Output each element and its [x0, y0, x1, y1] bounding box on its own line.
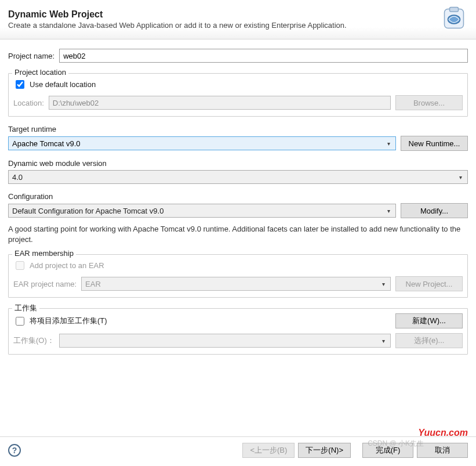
dialog-subtitle: Create a standalone Java-based Web Appli… — [8, 21, 347, 30]
chevron-down-icon: ▾ — [384, 140, 393, 147]
back-button: <上一步(B) — [242, 443, 295, 458]
ear-membership-title: EAR membership — [12, 249, 76, 258]
help-icon[interactable]: ? — [8, 444, 21, 457]
new-working-set-button[interactable]: 新建(W)... — [395, 313, 463, 328]
modify-button[interactable]: Modify... — [401, 203, 468, 218]
svg-rect-1 — [450, 8, 459, 12]
target-runtime-label: Target runtime — [8, 125, 468, 133]
configuration-combo[interactable]: Default Configuration for Apache Tomcat … — [8, 204, 396, 218]
dialog-header: Dynamic Web Project Create a standalone … — [0, 0, 476, 39]
project-location-title: Project location — [12, 68, 68, 77]
chevron-down-icon: ▾ — [384, 208, 393, 214]
new-runtime-button[interactable]: New Runtime... — [401, 136, 468, 151]
chevron-down-icon: ▾ — [379, 338, 388, 344]
next-button[interactable]: 下一步(N)> — [298, 443, 351, 458]
dialog-title: Dynamic Web Project — [8, 9, 347, 20]
location-label: Location: — [13, 99, 44, 107]
working-sets-group: 工作集 将项目添加至工作集(T) 新建(W)... 工作集(O)： ▾ 选择(e… — [8, 308, 468, 355]
use-default-location-checkbox[interactable]: Use default location — [13, 78, 96, 91]
select-working-set-button: 选择(e)... — [395, 333, 463, 348]
add-to-ear-label: Add project to an EAR — [30, 261, 104, 270]
finish-button[interactable]: 完成(F) — [362, 443, 413, 458]
working-sets-label: 工作集(O)： — [13, 335, 54, 346]
module-version-combo[interactable]: 4.0 ▾ — [8, 170, 468, 184]
add-to-ear-checkbox[interactable]: Add project to an EAR — [13, 259, 104, 272]
ear-membership-group: EAR membership Add project to an EAR EAR… — [8, 254, 468, 298]
add-to-working-set-checkbox[interactable]: 将项目添加至工作集(T) — [13, 315, 391, 327]
chevron-down-icon: ▾ — [456, 174, 465, 180]
use-default-location-label: Use default location — [30, 80, 96, 89]
configuration-description: A good starting point for working with A… — [8, 224, 468, 245]
ear-project-name-combo: EAR ▾ — [81, 277, 391, 291]
working-sets-title: 工作集 — [12, 303, 39, 313]
working-sets-combo: ▾ — [59, 334, 391, 348]
dialog-footer: ? <上一步(B) 下一步(N)> 完成(F) 取消 — [0, 436, 476, 466]
cancel-button[interactable]: 取消 — [417, 443, 468, 458]
wizard-icon — [440, 5, 468, 34]
target-runtime-combo[interactable]: Apache Tomcat v9.0 ▾ — [8, 136, 396, 150]
chevron-down-icon: ▾ — [379, 281, 388, 287]
browse-button: Browse... — [395, 95, 463, 110]
module-version-label: Dynamic web module version — [8, 159, 468, 168]
ear-project-name-label: EAR project name: — [13, 280, 77, 288]
project-location-group: Project location Use default location Lo… — [8, 73, 468, 117]
location-input — [49, 96, 391, 110]
configuration-label: Configuration — [8, 192, 468, 201]
project-name-input[interactable] — [59, 49, 468, 63]
new-project-button: New Project... — [395, 276, 463, 291]
add-to-working-set-label: 将项目添加至工作集(T) — [30, 316, 107, 326]
project-name-label: Project name: — [8, 52, 54, 60]
